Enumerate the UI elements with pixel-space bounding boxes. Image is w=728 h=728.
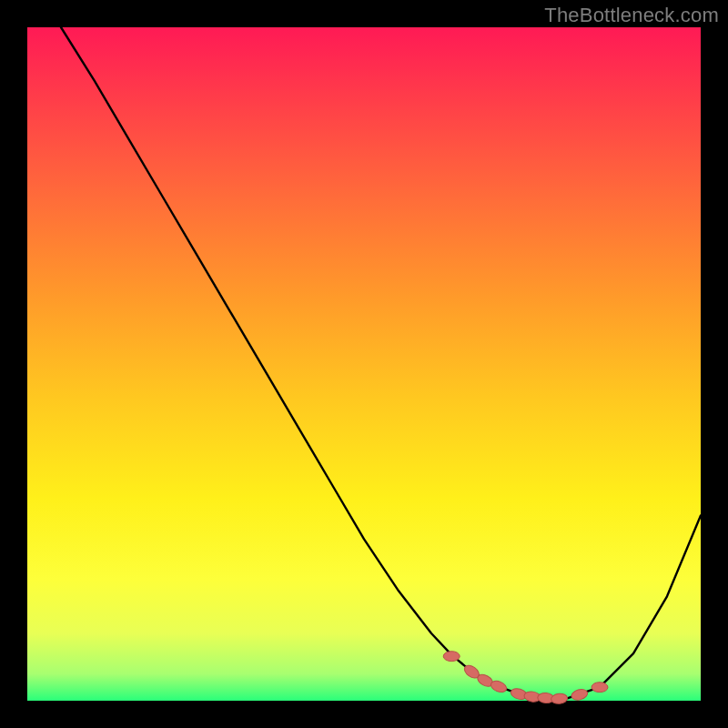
plot-area (27, 27, 701, 701)
curve-layer (27, 27, 701, 701)
chart-frame: TheBottleneck.com (0, 0, 728, 728)
optimal-marker (551, 693, 568, 704)
bottleneck-curve (61, 27, 701, 699)
optimal-zone-markers (443, 652, 608, 704)
watermark-text: TheBottleneck.com (544, 4, 719, 27)
optimal-marker (571, 688, 589, 702)
optimal-marker (443, 652, 460, 662)
optimal-marker (592, 682, 608, 693)
